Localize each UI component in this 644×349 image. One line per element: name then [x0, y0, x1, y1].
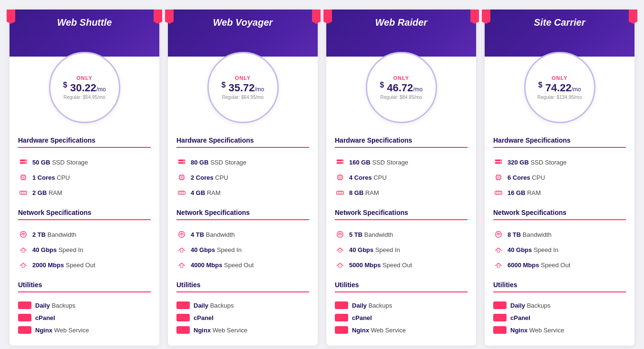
speed-out-val-web-voyager: 4000 Mbps: [191, 262, 222, 269]
cpu-icon-site-carrier: [493, 172, 504, 183]
speed-out-val-web-shuttle: 2000 Mbps: [32, 262, 64, 269]
plan-name-web-raider: Web Raider: [331, 17, 471, 28]
price-circle-wrapper-web-raider: ONLY $ 46.72/mo Regular: $84.95/mo: [326, 52, 476, 123]
svg-point-2: [25, 160, 26, 161]
speed-in-unit-web-raider: Speed In: [375, 246, 400, 253]
speed-out-val-site-carrier: 6000 Mbps: [507, 262, 539, 269]
util-icon-web-shuttle-2: [18, 326, 31, 334]
plan-header-site-carrier: Site Carrier: [485, 10, 634, 57]
ribbon-left-web-raider: [323, 10, 332, 24]
cpu-item-site-carrier: 6 Cores CPU: [493, 170, 626, 185]
hardware-title-web-shuttle: Hardware Specifications: [18, 136, 151, 148]
plan-card-web-voyager: Web Voyager ONLY $ 35.72/mo Regular: $64…: [168, 10, 318, 346]
plan-card-web-raider: Web Raider ONLY $ 46.72/mo Regular: $84.…: [326, 10, 476, 346]
storage-val-web-voyager: 80 GB: [191, 159, 209, 166]
util-bold-web-raider-0: Daily: [352, 302, 367, 309]
utilities-title-site-carrier: Utilities: [493, 281, 626, 292]
price-regular-web-voyager: Regular: $64.95/mo: [222, 95, 264, 100]
utilities-title-web-raider: Utilities: [335, 281, 468, 292]
network-title-web-raider: Network Specifications: [335, 209, 468, 220]
ram-item-site-carrier: 16 GB RAM: [493, 185, 626, 200]
plan-header-web-shuttle: Web Shuttle: [10, 10, 159, 57]
ram-icon-web-raider: [335, 187, 345, 198]
speed-in-val-web-voyager: 40 Gbps: [191, 246, 215, 253]
hardware-list-site-carrier: 320 GB SSD Storage 6 Cores CPU 16 GB RAM: [493, 151, 626, 200]
price-main-web-shuttle: $ 30.22/mo: [63, 81, 106, 94]
cpu-val-web-voyager: 2 Cores: [191, 174, 214, 181]
ram-unit-web-voyager: RAM: [207, 189, 221, 196]
util-item-web-shuttle-2: Nginx Web Service: [18, 324, 151, 336]
cpu-unit-web-raider: CPU: [373, 174, 386, 181]
speed-in-icon-web-shuttle: [18, 244, 29, 255]
util-bold-web-shuttle-2: Nginx: [35, 327, 52, 334]
speed-out-icon-web-voyager: [176, 260, 187, 270]
utilities-list-web-raider: Daily Backups cPanel Nginx Web Service: [335, 295, 468, 336]
price-regular-site-carrier: Regular: $134.95/mo: [537, 95, 582, 100]
util-rest-web-voyager-2: Web Service: [213, 327, 247, 334]
bandwidth-icon-web-raider: [335, 229, 345, 240]
cpu-item-web-raider: 4 Cores CPU: [335, 170, 468, 185]
utilities-list-site-carrier: Daily Backups cPanel Nginx Web Service: [493, 295, 626, 336]
svg-point-29: [184, 163, 185, 164]
storage-item-site-carrier: 320 GB SSD Storage: [493, 155, 626, 170]
util-rest-web-raider-2: Web Service: [371, 327, 406, 334]
speed-in-unit-web-shuttle: Speed In: [59, 246, 83, 253]
ram-item-web-shuttle: 2 GB RAM: [18, 185, 151, 200]
network-title-web-voyager: Network Specifications: [176, 209, 309, 220]
util-icon-web-voyager-2: [176, 326, 190, 334]
speed-in-icon-web-voyager: [176, 244, 187, 255]
util-item-web-shuttle-0: Daily Backups: [18, 299, 151, 311]
network-title-site-carrier: Network Specifications: [493, 209, 626, 220]
storage-icon-site-carrier: [493, 157, 504, 167]
speed-out-unit-web-voyager: Speed Out: [224, 262, 254, 269]
storage-unit-web-raider: SSD Storage: [372, 159, 408, 166]
ribbon-right-site-carrier: [629, 10, 637, 24]
util-rest-web-raider-0: Backups: [369, 302, 392, 309]
util-item-web-voyager-0: Daily Backups: [176, 299, 309, 311]
ram-val-site-carrier: 16 GB: [507, 189, 526, 196]
bw-val-web-raider: 5 TB: [349, 231, 362, 238]
util-bold-site-carrier-2: Nginx: [510, 327, 527, 334]
ribbon-left-web-shuttle: [7, 10, 15, 24]
plan-header-web-raider: Web Raider: [326, 10, 476, 57]
price-circle-wrapper-site-carrier: ONLY $ 74.22/mo Regular: $134.95/mo: [485, 52, 634, 123]
speed-out-item-web-raider: 5000 Mbps Speed Out: [335, 257, 468, 272]
ribbon-left-site-carrier: [482, 10, 490, 24]
bandwidth-icon-web-voyager: [176, 229, 187, 240]
bandwidth-item-web-raider: 5 TB Bandwidth: [335, 227, 468, 242]
price-main-web-raider: $ 46.72/mo: [380, 81, 422, 94]
util-icon-site-carrier-1: [493, 314, 507, 321]
hardware-list-web-raider: 160 GB SSD Storage 4 Cores CPU 8 GB RAM: [335, 151, 468, 200]
svg-rect-83: [497, 176, 499, 178]
ribbon-right-web-raider: [470, 10, 479, 24]
utilities-list-web-shuttle: Daily Backups cPanel Nginx Web Service: [18, 295, 151, 336]
speed-in-unit-site-carrier: Speed In: [534, 246, 558, 253]
ram-icon-web-voyager: [176, 187, 187, 198]
svg-point-80: [500, 160, 501, 161]
util-item-site-carrier-1: cPanel: [493, 311, 626, 324]
speed-in-icon-web-raider: [335, 244, 345, 255]
util-rest-web-voyager-0: Backups: [210, 302, 234, 309]
only-label-web-shuttle: ONLY: [77, 75, 93, 81]
util-icon-web-voyager-1: [176, 314, 190, 321]
bandwidth-icon-web-shuttle: [18, 229, 29, 240]
ribbon-right-web-voyager: [312, 10, 321, 24]
speed-in-unit-web-voyager: Speed In: [217, 246, 242, 253]
speed-out-item-web-shuttle: 2000 Mbps Speed Out: [18, 257, 151, 272]
speed-in-item-web-voyager: 40 Gbps Speed In: [176, 242, 309, 257]
bw-unit-web-shuttle: Bandwidth: [48, 231, 77, 238]
speed-out-icon-site-carrier: [493, 260, 504, 270]
storage-item-web-voyager: 80 GB SSD Storage: [176, 155, 309, 170]
hardware-list-web-shuttle: 50 GB SSD Storage 1 Cores CPU 2 GB RAM: [18, 151, 151, 200]
ram-val-web-voyager: 4 GB: [191, 189, 205, 196]
network-list-web-raider: 5 TB Bandwidth 40 Gbps Speed In 5000 Mbp…: [335, 223, 468, 272]
ram-unit-site-carrier: RAM: [527, 189, 541, 196]
ram-unit-web-raider: RAM: [365, 189, 379, 196]
price-main-site-carrier: $ 74.22/mo: [538, 81, 581, 94]
util-bold-web-shuttle-1: cPanel: [35, 314, 55, 321]
speed-out-item-site-carrier: 6000 Mbps Speed Out: [493, 257, 626, 272]
plan-body-web-raider: Hardware Specifications 160 GB SSD Stora…: [326, 99, 476, 336]
storage-item-web-shuttle: 50 GB SSD Storage: [18, 155, 151, 170]
price-regular-web-shuttle: Regular: $54.95/mo: [64, 95, 106, 100]
speed-out-item-web-voyager: 4000 Mbps Speed Out: [176, 257, 309, 272]
